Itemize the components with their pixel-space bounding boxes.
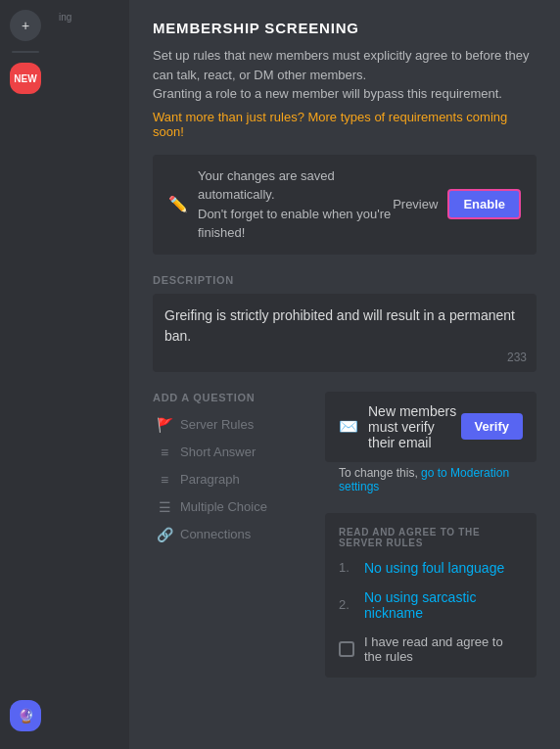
autosave-actions: Preview Enable — [393, 189, 521, 219]
server-rules-icon: 🚩 — [157, 417, 172, 433]
verify-email-left: ✉️ New members must verify their email — [339, 403, 461, 450]
question-type-multiple-choice[interactable]: ☰ Multiple Choice — [153, 493, 309, 521]
autosave-message: Your changes are saved automatically. Do… — [198, 166, 393, 243]
agree-checkbox[interactable] — [339, 641, 354, 657]
rule-2-text: No using sarcastic nickname — [364, 589, 523, 621]
rule-item-2: 2. No using sarcastic nickname — [339, 589, 523, 621]
rule-1-number: 1. — [339, 560, 354, 575]
rule-2-number: 2. — [339, 597, 354, 612]
question-type-server-rules[interactable]: 🚩 Server Rules — [153, 411, 309, 439]
short-answer-label: Short Answer — [180, 445, 256, 459]
new-server-icon: + — [10, 10, 41, 41]
email-icon: ✉️ — [339, 417, 358, 436]
page-title: MEMBERSHIP SCREENING — [153, 20, 537, 36]
add-question-col: ADD A QUESTION 🚩 Server Rules ≡ Short An… — [153, 392, 309, 678]
two-col-layout: ADD A QUESTION 🚩 Server Rules ≡ Short An… — [153, 392, 537, 678]
paragraph-icon: ≡ — [157, 472, 172, 488]
multiple-choice-icon: ☰ — [157, 499, 172, 515]
sidebar: + NEW 🔮 — [0, 0, 51, 749]
rules-card: READ AND AGREE TO THE SERVER RULES 1. No… — [325, 513, 537, 678]
description-section-label: DESCRIPTION — [153, 274, 537, 286]
pencil-icon: ✏️ — [168, 195, 188, 213]
verify-email-text: New members must verify their email — [368, 403, 461, 450]
autosave-left: ✏️ Your changes are saved automatically.… — [168, 166, 393, 243]
paragraph-label: Paragraph — [180, 472, 240, 487]
agree-label: I have read and agree to the rules — [364, 634, 523, 664]
active-server-icon: 🔮 — [10, 700, 41, 731]
autosave-bar: ✏️ Your changes are saved automatically.… — [153, 155, 537, 255]
agree-row: I have read and agree to the rules — [339, 634, 523, 664]
connections-label: Connections — [180, 527, 251, 541]
verify-button[interactable]: Verify — [461, 413, 523, 440]
left-nav: ing — [51, 0, 129, 749]
connections-icon: 🔗 — [157, 527, 172, 542]
sidebar-new-server[interactable]: + — [8, 8, 43, 43]
moderation-link-row: To change this, go to Moderation setting… — [325, 462, 537, 501]
verify-email-card: ✉️ New members must verify their email V… — [325, 392, 537, 462]
left-nav-label: ing — [51, 8, 129, 26]
description-value: Greifing is strictly prohibited and will… — [164, 305, 525, 347]
question-type-paragraph[interactable]: ≡ Paragraph — [153, 466, 309, 493]
enable-button[interactable]: Enable — [447, 189, 521, 219]
sidebar-active-server[interactable]: 🔮 — [8, 698, 43, 733]
description-area[interactable]: Greifing is strictly prohibited and will… — [153, 294, 537, 372]
server-rules-label: Server Rules — [180, 417, 254, 432]
main-content: MEMBERSHIP SCREENING Set up rules that n… — [129, 0, 560, 749]
sidebar-divider — [12, 51, 39, 53]
question-type-connections[interactable]: 🔗 Connections — [153, 521, 309, 548]
sidebar-new-badge-wrapper[interactable]: NEW — [8, 61, 43, 96]
char-count: 233 — [507, 351, 527, 364]
rule-1-text: No using foul language — [364, 560, 504, 576]
server-icon: NEW — [10, 63, 41, 94]
preview-button[interactable]: Preview — [393, 197, 438, 211]
verify-email-section: ✉️ New members must verify their email V… — [325, 392, 537, 501]
rules-header: READ AND AGREE TO THE SERVER RULES — [339, 527, 523, 548]
short-answer-icon: ≡ — [157, 445, 172, 460]
description-line1: Set up rules that new members must expli… — [153, 46, 537, 104]
right-col: ✉️ New members must verify their email V… — [325, 392, 537, 678]
rule-item-1: 1. No using foul language — [339, 560, 523, 576]
multiple-choice-label: Multiple Choice — [180, 499, 267, 514]
question-type-short-answer[interactable]: ≡ Short Answer — [153, 439, 309, 466]
add-question-label: ADD A QUESTION — [153, 392, 309, 403]
coming-soon-text: Want more than just rules? More types of… — [153, 110, 537, 139]
